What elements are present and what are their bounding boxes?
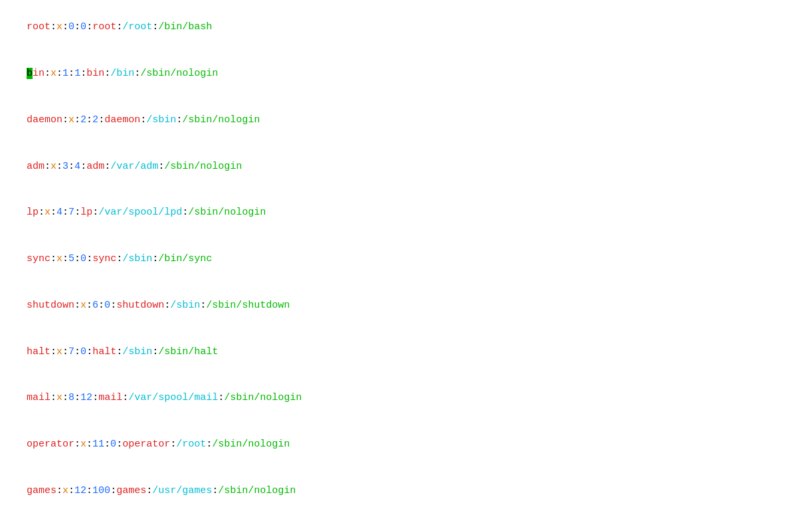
line-root: root:x:0:0:root:/root:/bin/bash bbox=[3, 4, 809, 51]
line-games: games:x:12:100:games:/usr/games:/sbin/no… bbox=[3, 468, 809, 508]
line-mail: mail:x:8:12:mail:/var/spool/mail:/sbin/n… bbox=[3, 375, 809, 421]
terminal-output: root:x:0:0:root:/root:/bin/bash bin:x:1:… bbox=[0, 0, 812, 507]
line-shutdown: shutdown:x:6:0:shutdown:/sbin:/sbin/shut… bbox=[3, 282, 809, 329]
line-adm: adm:x:3:4:adm:/var/adm:/sbin/nologin bbox=[3, 143, 809, 189]
line-sync: sync:x:5:0:sync:/sbin:/bin/sync bbox=[3, 236, 809, 282]
username: root bbox=[27, 21, 51, 33]
line-bin: bin:x:1:1:bin:/bin:/sbin/nologin bbox=[3, 51, 809, 97]
line-halt: halt:x:7:0:halt:/sbin:/sbin/halt bbox=[3, 328, 809, 375]
line-lp: lp:x:4:7:lp:/var/spool/lpd:/sbin/nologin bbox=[3, 189, 809, 236]
line-daemon: daemon:x:2:2:daemon:/sbin:/sbin/nologin bbox=[3, 97, 809, 144]
line-operator: operator:x:11:0:operator:/root:/sbin/nol… bbox=[3, 421, 809, 468]
